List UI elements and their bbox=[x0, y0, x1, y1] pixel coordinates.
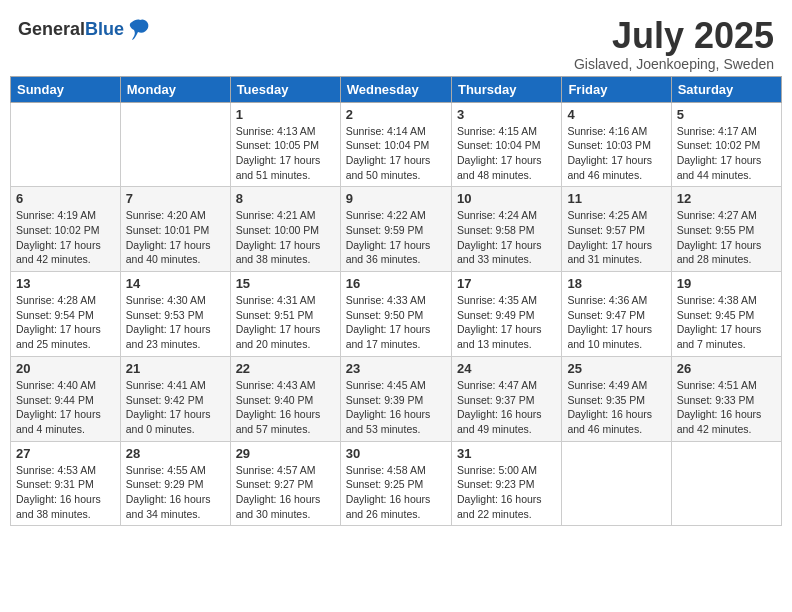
day-number: 4 bbox=[567, 107, 665, 122]
day-detail: Sunrise: 4:38 AM Sunset: 9:45 PM Dayligh… bbox=[677, 293, 776, 352]
calendar-week-row: 1Sunrise: 4:13 AM Sunset: 10:05 PM Dayli… bbox=[11, 102, 782, 187]
calendar-cell bbox=[120, 102, 230, 187]
calendar-cell: 26Sunrise: 4:51 AM Sunset: 9:33 PM Dayli… bbox=[671, 356, 781, 441]
calendar-cell: 6Sunrise: 4:19 AM Sunset: 10:02 PM Dayli… bbox=[11, 187, 121, 272]
day-detail: Sunrise: 4:14 AM Sunset: 10:04 PM Daylig… bbox=[346, 124, 446, 183]
calendar-cell: 25Sunrise: 4:49 AM Sunset: 9:35 PM Dayli… bbox=[562, 356, 671, 441]
day-number: 16 bbox=[346, 276, 446, 291]
day-detail: Sunrise: 4:30 AM Sunset: 9:53 PM Dayligh… bbox=[126, 293, 225, 352]
calendar-cell: 23Sunrise: 4:45 AM Sunset: 9:39 PM Dayli… bbox=[340, 356, 451, 441]
day-detail: Sunrise: 4:21 AM Sunset: 10:00 PM Daylig… bbox=[236, 208, 335, 267]
day-number: 3 bbox=[457, 107, 556, 122]
calendar-cell: 7Sunrise: 4:20 AM Sunset: 10:01 PM Dayli… bbox=[120, 187, 230, 272]
calendar-header-thursday: Thursday bbox=[451, 76, 561, 102]
calendar-header-wednesday: Wednesday bbox=[340, 76, 451, 102]
day-number: 23 bbox=[346, 361, 446, 376]
logo: GeneralBlue bbox=[18, 16, 154, 44]
day-number: 18 bbox=[567, 276, 665, 291]
calendar-cell bbox=[11, 102, 121, 187]
calendar-cell: 9Sunrise: 4:22 AM Sunset: 9:59 PM Daylig… bbox=[340, 187, 451, 272]
day-detail: Sunrise: 5:00 AM Sunset: 9:23 PM Dayligh… bbox=[457, 463, 556, 522]
day-number: 6 bbox=[16, 191, 115, 206]
calendar-cell: 11Sunrise: 4:25 AM Sunset: 9:57 PM Dayli… bbox=[562, 187, 671, 272]
day-number: 20 bbox=[16, 361, 115, 376]
day-detail: Sunrise: 4:55 AM Sunset: 9:29 PM Dayligh… bbox=[126, 463, 225, 522]
calendar-cell: 14Sunrise: 4:30 AM Sunset: 9:53 PM Dayli… bbox=[120, 272, 230, 357]
calendar-cell: 16Sunrise: 4:33 AM Sunset: 9:50 PM Dayli… bbox=[340, 272, 451, 357]
day-number: 25 bbox=[567, 361, 665, 376]
calendar-table: SundayMondayTuesdayWednesdayThursdayFrid… bbox=[10, 76, 782, 527]
calendar-header-sunday: Sunday bbox=[11, 76, 121, 102]
day-detail: Sunrise: 4:45 AM Sunset: 9:39 PM Dayligh… bbox=[346, 378, 446, 437]
month-title: July 2025 bbox=[574, 16, 774, 56]
day-detail: Sunrise: 4:13 AM Sunset: 10:05 PM Daylig… bbox=[236, 124, 335, 183]
logo-general-text: General bbox=[18, 19, 85, 39]
calendar-cell: 29Sunrise: 4:57 AM Sunset: 9:27 PM Dayli… bbox=[230, 441, 340, 526]
day-number: 1 bbox=[236, 107, 335, 122]
day-detail: Sunrise: 4:43 AM Sunset: 9:40 PM Dayligh… bbox=[236, 378, 335, 437]
calendar-cell: 18Sunrise: 4:36 AM Sunset: 9:47 PM Dayli… bbox=[562, 272, 671, 357]
calendar-cell: 3Sunrise: 4:15 AM Sunset: 10:04 PM Dayli… bbox=[451, 102, 561, 187]
day-detail: Sunrise: 4:19 AM Sunset: 10:02 PM Daylig… bbox=[16, 208, 115, 267]
calendar-cell bbox=[562, 441, 671, 526]
calendar-cell: 12Sunrise: 4:27 AM Sunset: 9:55 PM Dayli… bbox=[671, 187, 781, 272]
day-number: 11 bbox=[567, 191, 665, 206]
day-detail: Sunrise: 4:25 AM Sunset: 9:57 PM Dayligh… bbox=[567, 208, 665, 267]
day-detail: Sunrise: 4:49 AM Sunset: 9:35 PM Dayligh… bbox=[567, 378, 665, 437]
day-number: 22 bbox=[236, 361, 335, 376]
calendar-cell: 19Sunrise: 4:38 AM Sunset: 9:45 PM Dayli… bbox=[671, 272, 781, 357]
day-detail: Sunrise: 4:24 AM Sunset: 9:58 PM Dayligh… bbox=[457, 208, 556, 267]
day-number: 10 bbox=[457, 191, 556, 206]
day-number: 21 bbox=[126, 361, 225, 376]
calendar-header-saturday: Saturday bbox=[671, 76, 781, 102]
day-number: 24 bbox=[457, 361, 556, 376]
calendar-cell: 24Sunrise: 4:47 AM Sunset: 9:37 PM Dayli… bbox=[451, 356, 561, 441]
title-block: July 2025 Gislaved, Joenkoeping, Sweden bbox=[574, 16, 774, 72]
day-number: 7 bbox=[126, 191, 225, 206]
day-number: 27 bbox=[16, 446, 115, 461]
day-detail: Sunrise: 4:53 AM Sunset: 9:31 PM Dayligh… bbox=[16, 463, 115, 522]
calendar-week-row: 20Sunrise: 4:40 AM Sunset: 9:44 PM Dayli… bbox=[11, 356, 782, 441]
day-number: 30 bbox=[346, 446, 446, 461]
day-detail: Sunrise: 4:28 AM Sunset: 9:54 PM Dayligh… bbox=[16, 293, 115, 352]
day-detail: Sunrise: 4:40 AM Sunset: 9:44 PM Dayligh… bbox=[16, 378, 115, 437]
calendar-header-tuesday: Tuesday bbox=[230, 76, 340, 102]
calendar-header-row: SundayMondayTuesdayWednesdayThursdayFrid… bbox=[11, 76, 782, 102]
day-number: 9 bbox=[346, 191, 446, 206]
day-number: 8 bbox=[236, 191, 335, 206]
calendar-cell: 10Sunrise: 4:24 AM Sunset: 9:58 PM Dayli… bbox=[451, 187, 561, 272]
calendar-cell: 21Sunrise: 4:41 AM Sunset: 9:42 PM Dayli… bbox=[120, 356, 230, 441]
day-detail: Sunrise: 4:36 AM Sunset: 9:47 PM Dayligh… bbox=[567, 293, 665, 352]
calendar-cell: 31Sunrise: 5:00 AM Sunset: 9:23 PM Dayli… bbox=[451, 441, 561, 526]
calendar-cell: 1Sunrise: 4:13 AM Sunset: 10:05 PM Dayli… bbox=[230, 102, 340, 187]
calendar-header-friday: Friday bbox=[562, 76, 671, 102]
day-number: 12 bbox=[677, 191, 776, 206]
day-number: 2 bbox=[346, 107, 446, 122]
day-detail: Sunrise: 4:20 AM Sunset: 10:01 PM Daylig… bbox=[126, 208, 225, 267]
day-detail: Sunrise: 4:22 AM Sunset: 9:59 PM Dayligh… bbox=[346, 208, 446, 267]
day-number: 28 bbox=[126, 446, 225, 461]
day-number: 17 bbox=[457, 276, 556, 291]
calendar-cell: 4Sunrise: 4:16 AM Sunset: 10:03 PM Dayli… bbox=[562, 102, 671, 187]
day-number: 14 bbox=[126, 276, 225, 291]
day-detail: Sunrise: 4:41 AM Sunset: 9:42 PM Dayligh… bbox=[126, 378, 225, 437]
calendar-week-row: 27Sunrise: 4:53 AM Sunset: 9:31 PM Dayli… bbox=[11, 441, 782, 526]
calendar-cell: 28Sunrise: 4:55 AM Sunset: 9:29 PM Dayli… bbox=[120, 441, 230, 526]
location-subtitle: Gislaved, Joenkoeping, Sweden bbox=[574, 56, 774, 72]
day-detail: Sunrise: 4:51 AM Sunset: 9:33 PM Dayligh… bbox=[677, 378, 776, 437]
day-number: 26 bbox=[677, 361, 776, 376]
day-number: 13 bbox=[16, 276, 115, 291]
day-detail: Sunrise: 4:58 AM Sunset: 9:25 PM Dayligh… bbox=[346, 463, 446, 522]
calendar-cell: 13Sunrise: 4:28 AM Sunset: 9:54 PM Dayli… bbox=[11, 272, 121, 357]
logo-blue-text: Blue bbox=[85, 19, 124, 39]
calendar-cell: 2Sunrise: 4:14 AM Sunset: 10:04 PM Dayli… bbox=[340, 102, 451, 187]
calendar-cell: 30Sunrise: 4:58 AM Sunset: 9:25 PM Dayli… bbox=[340, 441, 451, 526]
page-header: GeneralBlue July 2025 Gislaved, Joenkoep… bbox=[10, 10, 782, 72]
calendar-cell: 8Sunrise: 4:21 AM Sunset: 10:00 PM Dayli… bbox=[230, 187, 340, 272]
day-detail: Sunrise: 4:31 AM Sunset: 9:51 PM Dayligh… bbox=[236, 293, 335, 352]
day-detail: Sunrise: 4:47 AM Sunset: 9:37 PM Dayligh… bbox=[457, 378, 556, 437]
day-number: 31 bbox=[457, 446, 556, 461]
day-detail: Sunrise: 4:17 AM Sunset: 10:02 PM Daylig… bbox=[677, 124, 776, 183]
calendar-week-row: 6Sunrise: 4:19 AM Sunset: 10:02 PM Dayli… bbox=[11, 187, 782, 272]
calendar-cell: 22Sunrise: 4:43 AM Sunset: 9:40 PM Dayli… bbox=[230, 356, 340, 441]
